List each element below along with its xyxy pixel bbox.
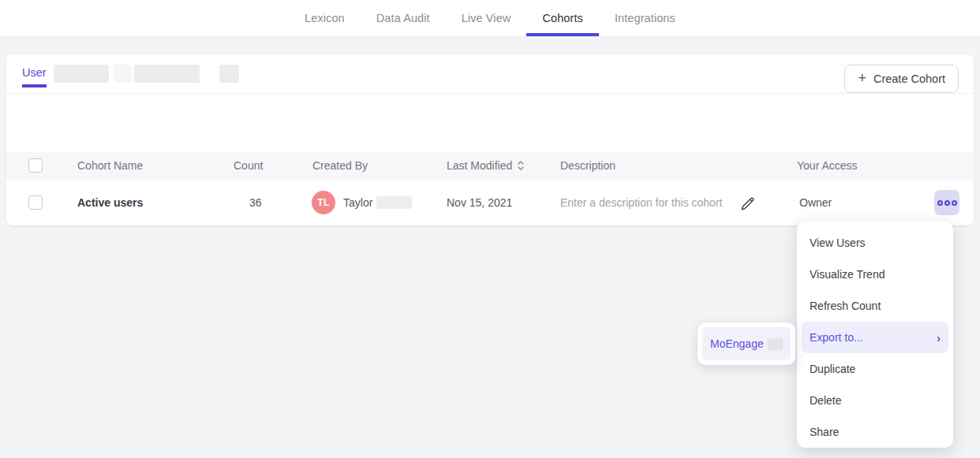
- sort-icon: [518, 161, 524, 170]
- export-submenu: MoEngage: [698, 322, 795, 365]
- table-header-row: Cohort Name Count Created By Last Modifi…: [6, 151, 974, 180]
- last-modified-cell: Nov 15, 2021: [447, 180, 512, 225]
- menu-item-view-users[interactable]: View Users: [802, 227, 948, 259]
- tab-cohorts[interactable]: Cohorts: [526, 0, 598, 36]
- created-by-name: Taylor: [343, 196, 372, 209]
- tab-user[interactable]: User: [22, 66, 47, 88]
- menu-item-visualize-trend[interactable]: Visualize Trend: [802, 259, 948, 290]
- cohort-count: 36: [249, 180, 262, 225]
- avatar: TL: [312, 191, 335, 214]
- description-placeholder[interactable]: Enter a description for this cohort: [560, 180, 722, 225]
- menu-item-duplicate[interactable]: Duplicate: [802, 353, 948, 385]
- menu-item-label: Refresh Count: [810, 300, 881, 312]
- cohort-name[interactable]: Active users: [77, 180, 143, 225]
- menu-item-label: Share: [810, 426, 839, 438]
- create-cohort-label: Create Cohort: [873, 73, 945, 85]
- table-row[interactable]: Active users 36 TL Taylor Nov 15, 2021 E…: [6, 180, 974, 225]
- redacted-tab: [114, 65, 132, 83]
- redacted-last-name: [376, 196, 412, 209]
- edit-description-button[interactable]: [739, 194, 757, 213]
- top-nav: Lexicon Data Audit Live View Cohorts Int…: [0, 0, 980, 37]
- checkbox-icon: [28, 195, 43, 210]
- tab-label: Live View: [462, 12, 511, 24]
- redacted-tab: [219, 65, 239, 83]
- header-cohort-name: Cohort Name: [77, 151, 143, 180]
- submenu-item-moengage[interactable]: MoEngage: [702, 327, 791, 360]
- tab-data-audit[interactable]: Data Audit: [361, 0, 446, 36]
- more-dots-icon: [952, 200, 957, 206]
- menu-item-label: View Users: [810, 236, 866, 249]
- tab-integrations[interactable]: Integrations: [599, 0, 691, 36]
- checkbox-icon: [28, 158, 43, 173]
- header-description: Description: [560, 151, 615, 180]
- menu-item-delete[interactable]: Delete: [802, 385, 948, 416]
- tab-live-view[interactable]: Live View: [446, 0, 527, 36]
- tab-label: Data Audit: [376, 12, 430, 24]
- menu-item-label: Delete: [810, 394, 841, 407]
- cohort-type-tabs: User + Create Cohort: [6, 54, 974, 94]
- header-created-by: Created By: [312, 151, 368, 180]
- redacted-tab: [134, 65, 200, 83]
- top-nav-tabs: Lexicon Data Audit Live View Cohorts Int…: [289, 0, 691, 36]
- row-checkbox[interactable]: [28, 180, 43, 225]
- active-tab-underline: [22, 84, 47, 88]
- tab-lexicon[interactable]: Lexicon: [289, 0, 361, 36]
- chevron-right-icon: ›: [937, 332, 941, 344]
- redacted-connector-name: [768, 338, 783, 350]
- more-dots-icon: [937, 200, 943, 206]
- row-more-actions-button[interactable]: [934, 190, 959, 215]
- cohorts-card: User + Create Cohort 1 Results Filter by…: [6, 54, 974, 225]
- create-cohort-button[interactable]: + Create Cohort: [844, 65, 959, 93]
- header-count: Count: [234, 151, 263, 180]
- plus-icon: +: [858, 71, 866, 85]
- tab-user-label: User: [22, 66, 47, 79]
- created-by-cell: TL Taylor: [312, 180, 412, 225]
- menu-item-share[interactable]: Share: [802, 416, 948, 448]
- access-cell: Owner: [799, 180, 832, 225]
- header-your-access: Your Access: [797, 151, 858, 180]
- select-all-checkbox[interactable]: [28, 151, 43, 180]
- tab-label: Integrations: [615, 12, 675, 24]
- submenu-item-label: MoEngage: [710, 337, 764, 350]
- tab-label: Cohorts: [542, 12, 582, 24]
- menu-item-label: Export to...: [810, 331, 863, 344]
- tab-label: Lexicon: [305, 12, 345, 24]
- active-tab-underline: [526, 33, 598, 36]
- menu-item-label: Duplicate: [810, 363, 855, 375]
- header-last-modified[interactable]: Last Modified: [447, 151, 524, 180]
- pencil-icon: [740, 195, 756, 211]
- menu-item-export-to[interactable]: Export to... ›: [802, 322, 948, 353]
- menu-item-refresh-count[interactable]: Refresh Count: [802, 290, 948, 322]
- redacted-tab: [54, 65, 109, 83]
- menu-item-label: Visualize Trend: [810, 268, 885, 281]
- more-dots-icon: [944, 200, 950, 206]
- row-actions-menu: View Users Visualize Trend Refresh Count…: [797, 222, 953, 448]
- header-last-modified-label: Last Modified: [447, 159, 512, 172]
- cohorts-page: Lexicon Data Audit Live View Cohorts Int…: [0, 0, 980, 458]
